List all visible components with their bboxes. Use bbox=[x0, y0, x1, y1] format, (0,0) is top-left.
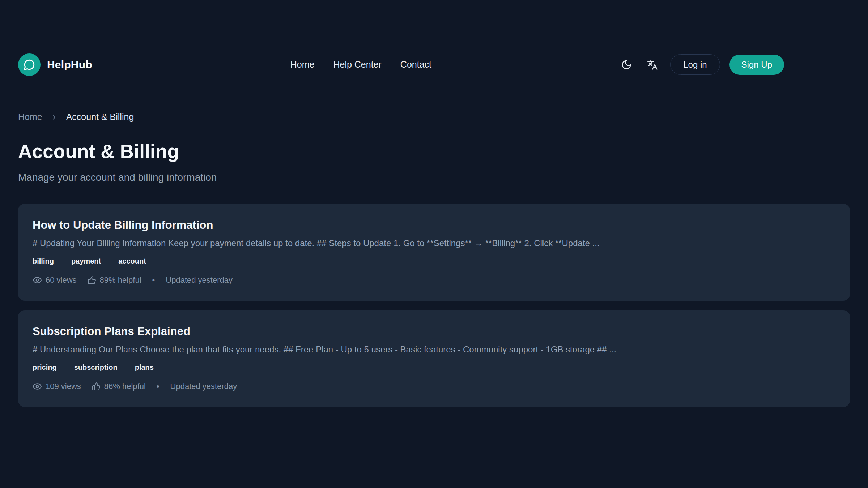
breadcrumb-current: Account & Billing bbox=[66, 112, 134, 122]
helpful-stat: 89% helpful bbox=[88, 275, 141, 285]
tag-row: billing payment account bbox=[33, 257, 835, 265]
moon-icon bbox=[621, 59, 632, 70]
languages-icon bbox=[647, 59, 658, 70]
brand[interactable]: HelpHub bbox=[18, 53, 92, 76]
dot-separator: • bbox=[157, 382, 159, 391]
breadcrumb: Home Account & Billing bbox=[18, 112, 850, 122]
language-button[interactable] bbox=[644, 56, 661, 73]
page-title: Account & Billing bbox=[18, 140, 850, 162]
article-card-subscription-plans[interactable]: Subscription Plans Explained # Understan… bbox=[18, 310, 850, 407]
thumbs-up-icon bbox=[92, 382, 101, 391]
article-excerpt: # Understanding Our Plans Choose the pla… bbox=[33, 344, 835, 355]
article-stats: 60 views 89% helpful • Updated yesterday bbox=[33, 275, 835, 285]
tag: billing bbox=[33, 257, 54, 265]
eye-icon bbox=[33, 382, 42, 391]
signup-button[interactable]: Sign Up bbox=[729, 55, 784, 75]
thumbs-up-icon bbox=[88, 276, 96, 284]
tag: account bbox=[118, 257, 146, 265]
brand-name: HelpHub bbox=[47, 59, 92, 71]
breadcrumb-home-link[interactable]: Home bbox=[18, 112, 42, 122]
views-count: 60 views bbox=[46, 275, 77, 285]
helpful-stat: 86% helpful bbox=[92, 382, 146, 391]
chevron-right-icon bbox=[50, 113, 58, 121]
article-card-billing-info[interactable]: How to Update Billing Information # Upda… bbox=[18, 204, 850, 301]
nav-actions: Log in Sign Up bbox=[618, 54, 784, 75]
main-content: Home Account & Billing Account & Billing… bbox=[0, 112, 868, 407]
main-nav: Home Help Center Contact bbox=[290, 59, 431, 70]
article-stats: 109 views 86% helpful • Updated yesterda… bbox=[33, 382, 835, 391]
views-stat: 109 views bbox=[33, 382, 81, 391]
tag-row: pricing subscription plans bbox=[33, 363, 835, 372]
helpful-percent: 89% helpful bbox=[100, 275, 141, 285]
theme-toggle-button[interactable] bbox=[618, 56, 635, 73]
login-button[interactable]: Log in bbox=[670, 54, 720, 75]
updated-label: Updated yesterday bbox=[170, 382, 237, 391]
helpful-percent: 86% helpful bbox=[104, 382, 146, 391]
tag: pricing bbox=[33, 363, 57, 372]
nav-link-help-center[interactable]: Help Center bbox=[333, 59, 381, 70]
page-subtitle: Manage your account and billing informat… bbox=[18, 172, 850, 183]
updated-label: Updated yesterday bbox=[166, 275, 233, 285]
article-title: Subscription Plans Explained bbox=[33, 325, 835, 338]
views-count: 109 views bbox=[46, 382, 81, 391]
dot-separator: • bbox=[152, 275, 155, 285]
article-excerpt: # Updating Your Billing Information Keep… bbox=[33, 238, 835, 248]
tag: plans bbox=[135, 363, 154, 372]
nav-link-home[interactable]: Home bbox=[290, 59, 315, 70]
tag: subscription bbox=[74, 363, 118, 372]
helphub-logo-icon bbox=[18, 53, 41, 76]
views-stat: 60 views bbox=[33, 275, 77, 285]
article-title: How to Update Billing Information bbox=[33, 219, 835, 232]
nav-link-contact[interactable]: Contact bbox=[400, 59, 431, 70]
tag: payment bbox=[71, 257, 101, 265]
top-navbar: HelpHub Home Help Center Contact bbox=[0, 0, 868, 83]
eye-icon bbox=[33, 275, 42, 285]
article-list: How to Update Billing Information # Upda… bbox=[18, 204, 850, 407]
